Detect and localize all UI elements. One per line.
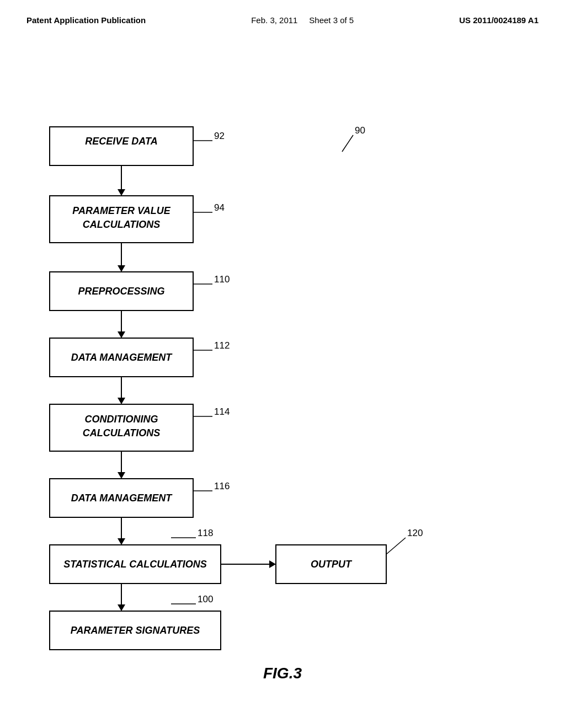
svg-text:112: 112 bbox=[214, 340, 230, 351]
svg-text:90: 90 bbox=[355, 125, 365, 136]
header-left: Patent Application Publication bbox=[26, 15, 146, 25]
svg-text:DATA  MANAGEMENT: DATA MANAGEMENT bbox=[71, 352, 173, 363]
svg-marker-51 bbox=[118, 604, 125, 611]
svg-text:CONDITIONING: CONDITIONING bbox=[85, 414, 158, 425]
svg-marker-33 bbox=[118, 472, 125, 479]
svg-text:CALCULATIONS: CALCULATIONS bbox=[83, 219, 161, 230]
header-date: Feb. 3, 2011 bbox=[251, 15, 297, 25]
svg-text:116: 116 bbox=[214, 481, 230, 491]
page-header: Patent Application Publication Feb. 3, 2… bbox=[0, 0, 565, 25]
svg-text:FIG.3: FIG.3 bbox=[263, 665, 302, 682]
svg-text:CALCULATIONS: CALCULATIONS bbox=[83, 427, 161, 438]
svg-marker-45 bbox=[269, 560, 276, 568]
svg-marker-26 bbox=[118, 398, 125, 404]
svg-text:STATISTICAL  CALCULATIONS: STATISTICAL CALCULATIONS bbox=[63, 559, 207, 570]
svg-text:RECEIVE  DATA: RECEIVE DATA bbox=[85, 136, 157, 147]
svg-marker-14 bbox=[118, 265, 125, 272]
svg-text:OUTPUT: OUTPUT bbox=[311, 559, 353, 570]
svg-text:PARAMETER  VALUE: PARAMETER VALUE bbox=[72, 205, 170, 216]
svg-marker-39 bbox=[118, 538, 125, 545]
svg-text:DATA  MANAGEMENT: DATA MANAGEMENT bbox=[71, 493, 173, 504]
svg-text:114: 114 bbox=[214, 406, 230, 417]
svg-text:110: 110 bbox=[214, 274, 230, 285]
svg-marker-20 bbox=[118, 331, 125, 338]
svg-text:92: 92 bbox=[214, 131, 225, 141]
svg-text:120: 120 bbox=[407, 528, 423, 538]
svg-text:94: 94 bbox=[214, 202, 225, 213]
header-center: Feb. 3, 2011 Sheet 3 of 5 bbox=[251, 15, 354, 25]
header-right: US 2011/0024189 A1 bbox=[459, 15, 539, 25]
flowchart-diagram: RECEIVE DATA 92 90 PARAMETER VALUE CALCU… bbox=[0, 55, 565, 689]
header-sheet: Sheet 3 of 5 bbox=[309, 15, 354, 25]
svg-text:PARAMETER  SIGNATURES: PARAMETER SIGNATURES bbox=[71, 625, 200, 636]
svg-line-48 bbox=[386, 538, 406, 554]
svg-marker-7 bbox=[118, 189, 125, 196]
svg-line-4 bbox=[342, 135, 353, 152]
svg-text:118: 118 bbox=[198, 528, 213, 538]
svg-text:PREPROCESSING: PREPROCESSING bbox=[78, 286, 164, 297]
svg-text:100: 100 bbox=[198, 594, 213, 604]
